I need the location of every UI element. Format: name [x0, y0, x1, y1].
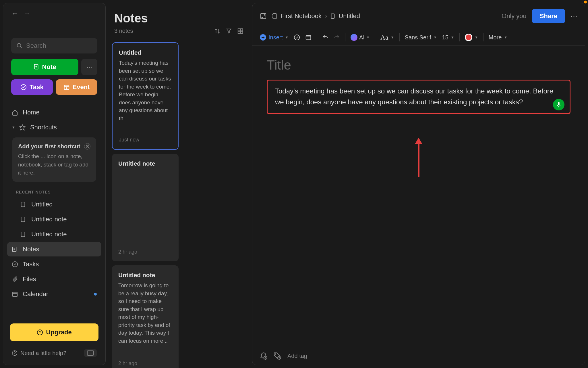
recent-note-item[interactable]: Untitled note	[7, 227, 101, 241]
nav-calendar[interactable]: Calendar	[7, 287, 101, 301]
expand-icon[interactable]	[260, 13, 267, 20]
notification-dot	[584, 1, 587, 3]
nav-files-label: Files	[23, 275, 36, 283]
svg-rect-29	[241, 29, 243, 31]
svg-line-1	[20, 47, 22, 48]
svg-rect-31	[241, 31, 243, 33]
font-size-menu[interactable]: 15 ▼	[442, 34, 454, 41]
search-input[interactable]	[26, 42, 92, 49]
more-button[interactable]: ⋯	[81, 59, 97, 75]
nav-notes[interactable]: Notes	[7, 242, 101, 256]
recent-note-label: Untitled note	[31, 216, 67, 223]
share-button[interactable]: Share	[532, 9, 565, 23]
svg-rect-32	[261, 14, 266, 19]
nav-tasks-label: Tasks	[23, 260, 39, 268]
font-family-menu[interactable]: Sans Serif ▼	[405, 34, 437, 41]
text-style-menu[interactable]: Aa ▼	[380, 34, 394, 41]
note-btn-label: Note	[42, 63, 56, 71]
text-cursor	[523, 100, 523, 107]
ai-button[interactable]: AI▼	[351, 34, 370, 41]
recent-note-item[interactable]: Untitled note	[7, 212, 101, 227]
note-card[interactable]: Untitled note Tomorrow is going to be a …	[112, 265, 179, 368]
svg-rect-33	[273, 14, 276, 19]
add-tag-label[interactable]: Add tag	[287, 353, 307, 359]
editor-body[interactable]: Title Today's meeting has been set up so…	[252, 46, 585, 347]
nav-home[interactable]: Home	[7, 105, 101, 120]
recent-note-label: Untitled note	[31, 231, 67, 238]
note-body-text[interactable]: Today's meeting has been set up so we ca…	[275, 87, 553, 106]
nav-tasks[interactable]: Tasks	[7, 257, 101, 271]
upgrade-button[interactable]: Upgrade	[10, 323, 98, 341]
ai-label: AI	[359, 34, 365, 41]
card-title: Untitled	[119, 49, 172, 56]
divider	[375, 33, 375, 41]
undo-icon[interactable]	[322, 34, 328, 41]
insert-label: Insert	[268, 34, 283, 41]
svg-point-5	[21, 85, 26, 90]
more-icon[interactable]: ⋯	[570, 12, 577, 20]
redo-icon	[334, 34, 340, 41]
more-format-menu[interactable]: More ▼	[489, 34, 507, 41]
add-reminder-icon[interactable]	[260, 352, 267, 360]
view-icon[interactable]	[237, 28, 243, 34]
note-card[interactable]: Untitled note 2 hr ago	[112, 154, 179, 261]
note-title-input[interactable]: Title	[267, 57, 570, 73]
breadcrumb-notebook[interactable]: First Notebook	[281, 12, 322, 20]
svg-rect-37	[331, 14, 334, 18]
notes-count: 3 notes	[114, 28, 148, 34]
annotation-arrow	[418, 142, 419, 177]
svg-point-0	[17, 43, 21, 47]
hint-body: Click the ... icon on a note, notebook, …	[18, 152, 90, 177]
divider	[399, 33, 400, 41]
recent-note-item[interactable]: Untitled	[7, 197, 101, 212]
checklist-icon[interactable]	[294, 34, 300, 41]
nav-back-icon[interactable]: ←	[11, 9, 19, 18]
note-plus-icon	[34, 64, 39, 70]
help-label[interactable]: Need a little help?	[20, 350, 66, 356]
divider	[345, 33, 345, 41]
divider	[459, 33, 460, 41]
recent-notes-label: RECENT NOTES	[7, 185, 101, 197]
nav-forward-icon: →	[23, 9, 31, 18]
new-note-button[interactable]: Note	[11, 59, 78, 75]
card-title: Untitled note	[118, 272, 172, 279]
notification-dot-icon	[94, 293, 97, 296]
note-icon	[20, 202, 27, 207]
font-label: Sans Serif	[405, 34, 431, 41]
keyboard-icon[interactable]	[84, 349, 97, 357]
search-box[interactable]	[11, 38, 97, 53]
note-icon	[20, 231, 27, 237]
calendar-icon	[12, 291, 19, 297]
task-icon	[20, 84, 27, 90]
note-icon	[12, 246, 19, 252]
svg-rect-18	[13, 292, 18, 296]
svg-point-45	[275, 354, 276, 354]
new-event-button[interactable]: Event	[56, 79, 97, 95]
nav-files[interactable]: Files	[7, 272, 101, 286]
new-task-button[interactable]: Task	[11, 79, 53, 95]
star-icon	[19, 124, 26, 131]
text-color-menu[interactable]: ▼	[465, 34, 478, 41]
editor-panel: First Notebook › Untitled Only you Share…	[252, 3, 585, 365]
svg-rect-11	[21, 202, 25, 206]
card-time: 2 hr ago	[118, 249, 172, 255]
insert-menu[interactable]: Insert ▼	[260, 34, 289, 41]
card-body: Tomorrow is going to be a really busy da…	[118, 281, 172, 357]
add-tag-icon[interactable]	[274, 352, 281, 360]
note-card[interactable]: Untitled Today's meeting has been set up…	[112, 42, 179, 150]
breadcrumb-note[interactable]: Untitled	[339, 12, 360, 20]
mic-icon[interactable]	[553, 99, 564, 110]
task-btn-label: Task	[30, 83, 44, 91]
svg-marker-10	[20, 125, 25, 130]
calendar-icon[interactable]	[305, 34, 312, 41]
filter-icon[interactable]	[226, 28, 232, 34]
notebook-icon	[272, 13, 277, 19]
close-icon[interactable]: ✕	[84, 143, 90, 150]
nav-shortcuts[interactable]: ▼ Shortcuts	[7, 120, 101, 135]
calendar-plus-icon	[63, 84, 70, 90]
svg-rect-30	[238, 31, 240, 33]
svg-rect-13	[21, 232, 25, 236]
svg-rect-41	[558, 102, 560, 105]
sort-icon[interactable]	[214, 28, 220, 34]
home-icon	[12, 109, 19, 116]
